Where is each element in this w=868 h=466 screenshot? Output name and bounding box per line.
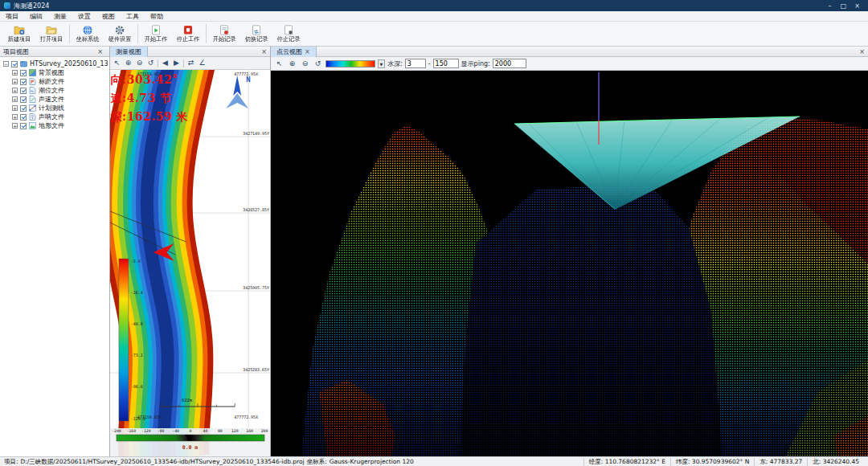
toolbar-button-label: 开始记录 (213, 35, 236, 43)
zoom-in-icon[interactable]: ⊕ (123, 58, 133, 68)
project-panel-close-icon[interactable]: × (94, 48, 106, 55)
menu-item-survey[interactable]: 测量 (48, 12, 72, 21)
project-panel-title: 项目视图 (3, 47, 29, 56)
ruler-tick-label: 120 (231, 429, 239, 433)
tree-checkbox[interactable] (20, 70, 27, 76)
depth-max-input[interactable] (433, 59, 459, 68)
zoom-out-icon[interactable]: ⊖ (300, 59, 310, 69)
tree-checkbox[interactable] (11, 61, 18, 67)
hardware-settings-button[interactable]: 硬件设置 (104, 24, 136, 43)
northing-field: 北: 3426240.45 (807, 458, 864, 466)
zoom-out-icon[interactable]: ⊖ (134, 58, 145, 68)
offset-ruler: -200 -160 -120 -80 -40 0 40 80 120 160 2… (110, 428, 270, 456)
pointcloud-panel-close-icon[interactable]: × (856, 48, 868, 55)
colorbar-label: -3.0 (131, 259, 141, 264)
survey-panel: 测量视图 × ↖ ⊕ ⊖ ↺ ◀ ▶ ⇄ ∠ (110, 47, 271, 456)
marker-file-icon (29, 78, 36, 85)
project-label: 项目: (4, 458, 18, 466)
switch-record-button[interactable]: 切换记录 (240, 24, 272, 43)
open-project-button[interactable]: 打开项目 (35, 24, 68, 43)
tree-checkbox[interactable] (20, 123, 27, 129)
tab-pointcloud-view[interactable]: 点云视图 × (271, 47, 317, 57)
pointcloud-panel: 点云视图 × × ↖ ⊕ ⊖ ↺ ▼ 水深: - 显示ping: (271, 47, 868, 456)
expand-icon[interactable]: + (12, 96, 18, 102)
minimize-icon[interactable]: – (823, 2, 837, 10)
toolbar-button-label: 停止工作 (177, 35, 200, 43)
expand-icon[interactable]: + (12, 79, 18, 84)
tree-item[interactable]: + 声速文件 (2, 95, 108, 104)
colorbar-label: -120.0 (131, 416, 145, 421)
expand-icon[interactable]: + (12, 114, 18, 120)
menu-item-edit[interactable]: 编辑 (24, 12, 48, 21)
expand-icon[interactable]: + (12, 88, 18, 93)
start-record-button[interactable]: 开始记录 (208, 24, 240, 43)
crs-value: Gauss-Krugerprojection 120 (330, 458, 414, 465)
northing-value: 3426240.45 (823, 458, 859, 465)
pointcloud-tab-close-icon[interactable]: × (305, 48, 310, 55)
zoom-reset-icon[interactable]: ↺ (145, 58, 156, 68)
rotate-view-icon[interactable]: ↺ (313, 59, 323, 69)
tree-checkbox[interactable] (20, 105, 27, 112)
project-panel-header: 项目视图 × (0, 47, 109, 57)
tree-item[interactable]: + 背景视图 (2, 68, 108, 77)
maximize-icon[interactable]: □ (837, 2, 850, 10)
new-project-button[interactable]: 新建项目 (3, 24, 35, 43)
track-follow-icon[interactable]: ⇄ (186, 58, 196, 68)
expand-icon[interactable]: + (12, 105, 18, 111)
tree-item[interactable]: + 计划测线 (2, 104, 108, 112)
close-icon[interactable]: × (850, 2, 864, 10)
depth-min-input[interactable] (405, 59, 426, 68)
step-forward-icon[interactable]: ▶ (171, 58, 182, 68)
tree-item[interactable]: + 潮位文件 (2, 86, 108, 95)
expand-icon[interactable]: + (12, 70, 18, 76)
tree-checkbox[interactable] (20, 79, 27, 85)
tree-checkbox[interactable] (20, 96, 27, 103)
project-path: D:/三峡数据/20250611/HTSurvey_20250610_13354… (21, 458, 305, 466)
latitude-value: 30.9570939602° N (692, 458, 749, 465)
map-x-label: 477772.95X (234, 72, 258, 76)
tree-item-label: 背景视图 (39, 68, 64, 77)
ruler-tick-label: -160 (127, 429, 137, 433)
collapse-icon[interactable]: − (3, 61, 9, 67)
zoom-in-icon[interactable]: ⊕ (287, 59, 297, 69)
switch-record-icon (251, 24, 262, 35)
tree-item[interactable]: + 声呐文件 (2, 112, 108, 121)
menu-item-settings[interactable]: 设置 (72, 12, 96, 21)
hardware-settings-icon (114, 24, 125, 35)
pointcloud-viewport[interactable] (271, 71, 868, 456)
tree-item[interactable]: + 标距文件 (2, 77, 108, 86)
tree-root-row[interactable]: − HTSurvey_20250610_133546... (2, 59, 108, 68)
pointer-icon[interactable]: ↖ (112, 58, 122, 68)
stop-work-button[interactable]: 停止工作 (172, 24, 204, 43)
statusbar: 项目: D:/三峡数据/20250611/HTSurvey_20250610_1… (0, 456, 868, 466)
measure-icon[interactable]: ∠ (197, 58, 207, 68)
depth-range-label: 水深: (387, 59, 403, 68)
start-work-button[interactable]: 开始工作 (140, 24, 172, 43)
colorbar-label: -26.4 (131, 290, 143, 295)
tab-pointcloud-label: 点云视图 (276, 47, 302, 56)
tab-survey-view[interactable]: 测量视图 (110, 47, 148, 57)
tree-checkbox[interactable] (20, 114, 27, 121)
toolbar-separator (206, 24, 207, 43)
colormap-dropdown-icon[interactable]: ▼ (378, 59, 385, 68)
range-separator: - (428, 60, 431, 67)
menu-item-view[interactable]: 视图 (96, 12, 121, 21)
heading-readout: 航向:303.42° (110, 71, 188, 89)
stop-record-button[interactable]: 停止记录 (272, 24, 305, 43)
tree-root-label: HTSurvey_20250610_133546... (30, 60, 108, 67)
tree-item[interactable]: + 地形文件 (2, 121, 108, 130)
colormap-gradient[interactable] (326, 60, 375, 67)
menu-item-tools[interactable]: 工具 (121, 12, 145, 21)
coordinate-system-button[interactable]: 坐标系统 (72, 24, 104, 43)
ping-count-input[interactable] (493, 59, 526, 68)
menu-item-project[interactable]: 项目 (0, 12, 24, 21)
expand-icon[interactable]: + (12, 123, 18, 129)
colorbar-label: -96.6 (131, 384, 143, 389)
pointer-icon[interactable]: ↖ (274, 59, 285, 69)
menu-item-help[interactable]: 帮助 (145, 12, 169, 21)
tree-item-label: 地形文件 (39, 121, 64, 130)
survey-map-viewport[interactable]: N 477150.85X 477772.95X 3427149.95Y 3426… (110, 70, 270, 456)
tree-checkbox[interactable] (20, 88, 27, 94)
survey-panel-close-icon[interactable]: × (258, 48, 270, 55)
step-back-icon[interactable]: ◀ (160, 58, 170, 68)
